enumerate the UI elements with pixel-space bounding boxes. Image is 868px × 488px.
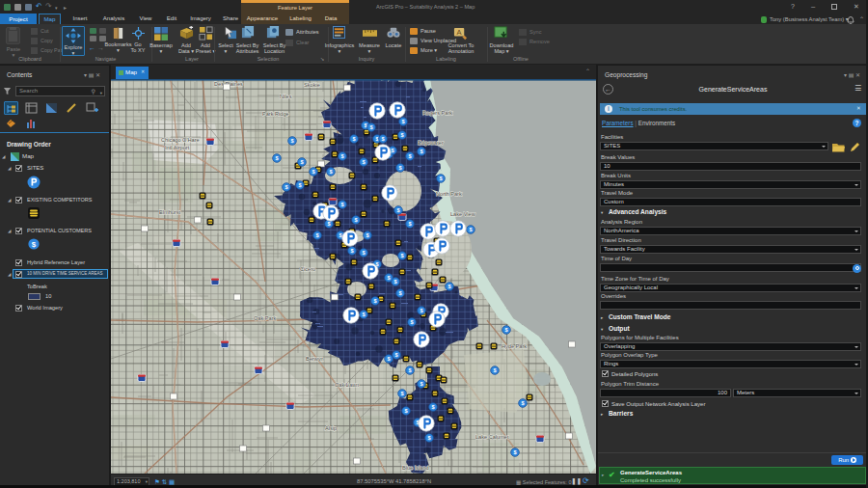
svg-text:Chicago O'Hare: Chicago O'Hare	[161, 137, 200, 143]
svg-text:Lake View: Lake View	[450, 211, 476, 217]
svg-text:Niles: Niles	[280, 94, 292, 99]
svg-text:Oak Lawn: Oak Lawn	[335, 382, 359, 388]
svg-text:Skokie: Skokie	[304, 82, 320, 88]
svg-text:Elmhurst: Elmhurst	[159, 209, 181, 215]
svg-text:$: $	[32, 240, 37, 249]
svg-text:Rogers Park: Rogers Park	[422, 110, 452, 116]
svg-text:Cicero: Cicero	[300, 266, 315, 272]
svg-text:North Park: North Park	[436, 191, 462, 197]
svg-text:A: A	[457, 28, 462, 37]
svg-text:Blue Island: Blue Island	[402, 465, 429, 471]
svg-text:Berwyn: Berwyn	[306, 356, 324, 362]
svg-text:Hyde Park: Hyde Park	[502, 343, 527, 349]
svg-text:Intl Airport: Intl Airport	[165, 145, 190, 150]
svg-text:Alsip: Alsip	[325, 425, 337, 431]
svg-text:Park Ridge: Park Ridge	[262, 111, 289, 117]
svg-text:Oak Park: Oak Park	[254, 315, 277, 321]
svg-text:Edgewater: Edgewater	[418, 140, 444, 146]
svg-text:Lake Calumet: Lake Calumet	[475, 434, 509, 440]
